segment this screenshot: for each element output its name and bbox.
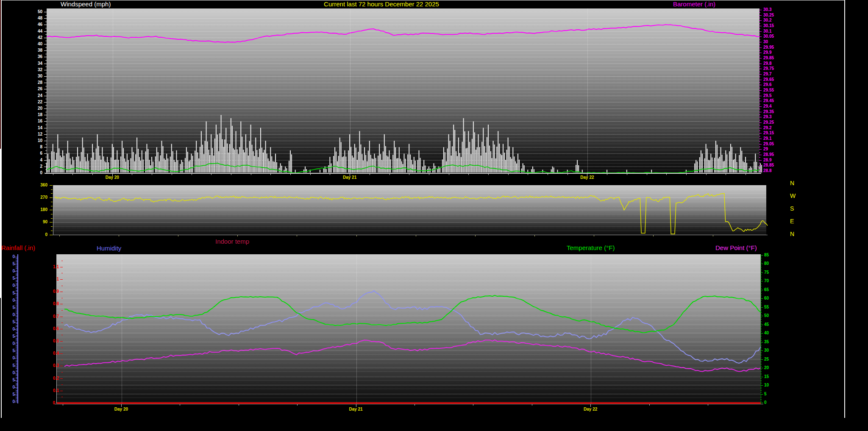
axis-tick <box>45 22 47 22</box>
axis-tick <box>50 222 53 222</box>
axis-tick-label: 30.25 <box>763 13 774 17</box>
gridline <box>57 290 761 290</box>
axis-tick <box>61 261 63 261</box>
gridline <box>47 108 760 109</box>
axis-tick-label: 40 <box>764 331 769 335</box>
axis-tick <box>16 290 17 291</box>
gridline <box>47 160 760 161</box>
axis-tick <box>760 292 762 292</box>
axis-tick <box>759 77 760 77</box>
axis-tick <box>389 174 390 175</box>
window-frame-right <box>844 0 845 418</box>
axis-tick <box>16 261 17 261</box>
axis-tick <box>653 235 654 236</box>
axis-tick-label: 360 <box>31 183 47 187</box>
axis-tick <box>16 312 17 312</box>
axis-tick-label: 270 <box>31 195 47 200</box>
axis-tick <box>44 50 47 51</box>
gridline <box>57 385 761 386</box>
axis-tick-label: 26 <box>25 87 42 91</box>
humidity-line <box>64 291 761 363</box>
axis-tick-label: 29.15 <box>763 131 774 135</box>
axis-tick <box>759 56 760 56</box>
axis-tick <box>759 26 762 26</box>
axis-tick-label: 35 <box>764 340 769 344</box>
axis-tick <box>759 112 762 112</box>
axis-tick <box>44 134 47 135</box>
axis-tick <box>16 367 17 367</box>
axis-tick <box>627 174 627 175</box>
axis-tick <box>760 396 762 396</box>
axis-tick <box>61 348 63 348</box>
axis-tick <box>534 235 535 236</box>
axis-tick <box>16 311 17 311</box>
axis-tick <box>51 231 53 231</box>
axis-tick-label: 29.45 <box>763 99 774 103</box>
axis-tick <box>60 403 63 403</box>
axis-tick <box>473 404 473 406</box>
axis-tick <box>760 359 763 360</box>
axis-tick <box>759 72 760 72</box>
axis-tick <box>760 363 762 363</box>
humidity-tick-label: 0 <box>11 255 15 259</box>
axis-tick-label: 29.85 <box>763 56 774 60</box>
axis-tick <box>468 174 469 175</box>
compass-label: W <box>790 192 796 199</box>
axis-tick-label: 28.8 <box>763 169 771 173</box>
axis-tick <box>760 325 763 325</box>
humidity-tick-label: 5 <box>11 262 15 266</box>
axis-tick <box>16 390 17 391</box>
axis-tick-label: 29.5 <box>763 94 771 98</box>
axis-tick-label: 34 <box>25 61 42 66</box>
gridline <box>53 197 766 198</box>
axis-tick <box>759 66 760 67</box>
axis-tick <box>45 170 47 170</box>
gridline <box>47 128 760 128</box>
axis-tick <box>759 165 762 166</box>
axis-tick <box>760 266 762 266</box>
axis-tick <box>16 266 17 266</box>
axis-tick <box>16 313 17 314</box>
rainfall-tick-label: 0.5 <box>48 339 59 343</box>
gridline <box>47 153 760 154</box>
axis-tick <box>760 385 763 386</box>
humidity-tick-label: 5 <box>11 334 15 339</box>
axis-tick-label: 29.55 <box>763 88 774 92</box>
gridline <box>47 83 760 83</box>
axis-tick <box>60 279 63 280</box>
axis-tick <box>45 157 47 157</box>
humidity-tick-label: 5 <box>11 291 15 295</box>
axis-tick <box>760 354 762 354</box>
axis-tick <box>45 86 47 86</box>
axis-tick-label: 0 <box>764 400 767 405</box>
axis-tick-label: 30.15 <box>763 24 774 28</box>
day-gridline <box>356 254 357 403</box>
humidity-tick-label: 0 <box>11 269 15 273</box>
rainfall-tick-label: 0.3 <box>48 364 59 368</box>
axis-tick <box>16 281 17 282</box>
axis-tick-label: 180 <box>31 208 47 212</box>
axis-tick <box>370 174 370 175</box>
axis-tick <box>16 348 17 348</box>
axis-tick <box>44 128 47 128</box>
axis-tick-label: 30.05 <box>763 34 774 39</box>
chart-title: Current last 72 hours December 22 2025 <box>254 0 509 8</box>
axis-tick <box>16 318 17 318</box>
axis-tick <box>760 323 762 323</box>
humidity-tick-label: 5 <box>11 349 15 353</box>
axis-tick <box>16 325 17 325</box>
axis-tick <box>16 283 17 284</box>
axis-tick <box>60 304 63 304</box>
axis-tick <box>60 366 63 366</box>
temperature-panel-label: Temperature (°F) <box>567 244 615 251</box>
axis-tick <box>16 398 17 398</box>
axis-tick <box>16 323 17 324</box>
axis-tick <box>594 235 594 236</box>
gridline <box>57 350 761 351</box>
axis-tick <box>760 273 763 273</box>
rainfall-tick-label: 0.6 <box>48 327 59 331</box>
axis-tick <box>759 39 760 40</box>
axis-tick-label: 30.3 <box>763 8 771 12</box>
axis-tick <box>290 174 291 175</box>
axis-tick <box>45 41 47 41</box>
